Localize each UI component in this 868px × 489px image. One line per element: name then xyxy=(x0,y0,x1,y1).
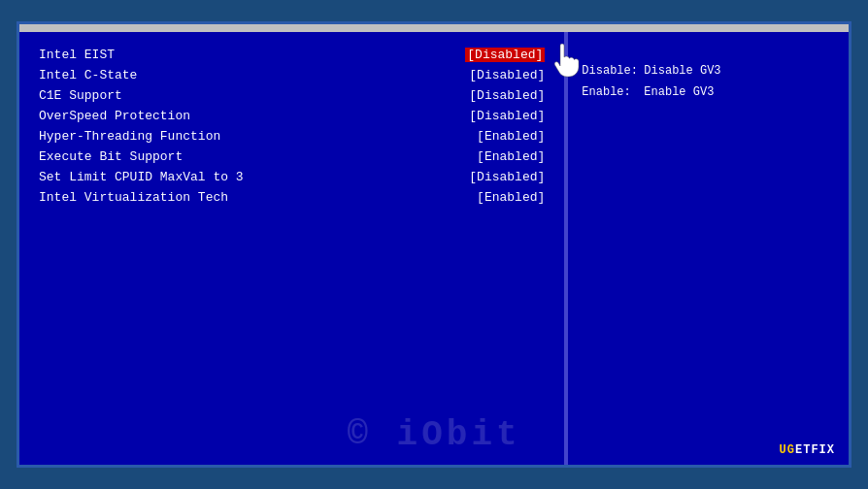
bios-menu-row: Hyper-Threading Function[Enabled] xyxy=(39,129,545,144)
help-line-desc: Enable GV3 xyxy=(644,82,714,104)
help-line: Disable:Disable GV3 xyxy=(582,61,835,82)
help-line: Enable:Enable GV3 xyxy=(582,82,835,104)
bios-row-label: Execute Bit Support xyxy=(39,149,183,164)
bios-row-value: [Disabled] xyxy=(469,68,545,82)
bios-row-value: [Disabled] xyxy=(469,88,545,103)
help-line-key: Disable: xyxy=(582,61,640,82)
bios-row-label: C1E Support xyxy=(39,88,122,103)
bios-row-value: [Enabled] xyxy=(477,149,545,164)
bios-row-value: [Disabled] xyxy=(465,48,545,62)
bios-row-label: Hyper-Threading Function xyxy=(39,129,220,144)
bios-menu-row: C1E Support[Disabled] xyxy=(39,88,545,103)
bios-menu-row: Execute Bit Support[Enabled] xyxy=(39,149,545,164)
bios-row-value: [Enabled] xyxy=(477,129,545,144)
bios-menu-row: OverSpeed Protection[Disabled] xyxy=(39,109,545,123)
help-text: Disable:Disable GV3Enable:Enable GV3 xyxy=(582,61,835,103)
bios-menu-panel: Intel EIST[Disabled] Intel C-State[Disab… xyxy=(19,32,566,465)
bios-row-label: Set Limit CPUID MaxVal to 3 xyxy=(39,170,244,184)
bios-help-panel: Disable:Disable GV3Enable:Enable GV3 xyxy=(566,32,849,465)
bios-row-value: [Disabled] xyxy=(469,170,545,184)
bios-row-label: Intel C-State xyxy=(39,68,137,82)
bios-row-value: [Enabled] xyxy=(477,190,545,205)
bios-screen: Intel EIST[Disabled] Intel C-State[Disab… xyxy=(17,21,851,468)
bios-main-area: Intel EIST[Disabled] Intel C-State[Disab… xyxy=(19,32,849,465)
bios-row-label: Intel EIST xyxy=(39,48,115,62)
bios-menu-row[interactable]: Intel EIST[Disabled] xyxy=(39,48,545,62)
help-line-key: Enable: xyxy=(582,82,640,104)
bios-row-label: OverSpeed Protection xyxy=(39,109,190,123)
help-line-desc: Disable GV3 xyxy=(644,61,720,82)
bios-menu-row: Intel Virtualization Tech[Enabled] xyxy=(39,190,545,205)
bios-row-label: Intel Virtualization Tech xyxy=(39,190,228,205)
bios-menu-row: Intel C-State[Disabled] xyxy=(39,68,545,82)
ugetfix-badge: UGETFIX xyxy=(780,443,835,457)
bios-title xyxy=(19,24,849,32)
bios-menu-row: Set Limit CPUID MaxVal to 3[Disabled] xyxy=(39,170,545,184)
bios-row-value: [Disabled] xyxy=(469,109,545,123)
